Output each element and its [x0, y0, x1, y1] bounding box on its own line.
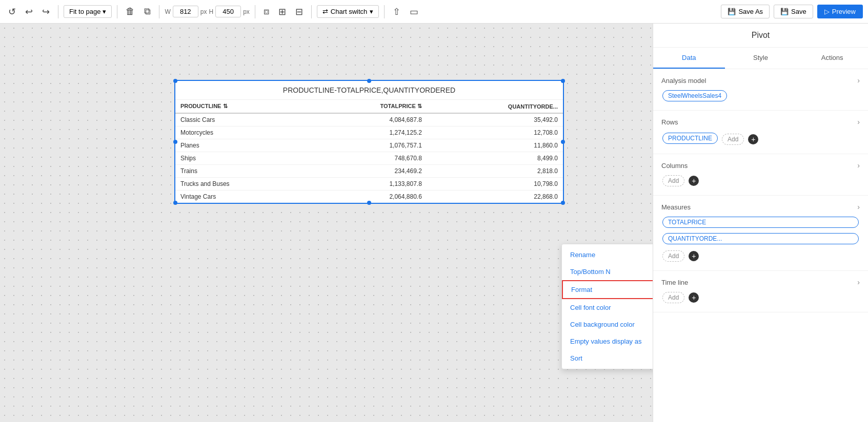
delete-button[interactable]: 🗑: [123, 4, 138, 19]
divider-2: [117, 5, 117, 18]
tab-style[interactable]: Style: [725, 48, 797, 69]
save-button[interactable]: 💾 Save: [774, 5, 813, 18]
height-input[interactable]: [215, 6, 241, 17]
context-menu-item[interactable]: Format: [562, 280, 653, 299]
columns-add-btn[interactable]: +: [689, 176, 699, 186]
panel-content: Analysis model › SteelWheelsSales4 Rows …: [653, 69, 868, 422]
toolbar: ↺ ↩ ↪ Fit to page ▾ 🗑 ⧉ W px H px ⧈ ⊞ ⊟ …: [0, 0, 868, 24]
tablet-button[interactable]: ▭: [407, 4, 421, 19]
columns-section: Columns › Add +: [653, 154, 868, 196]
measures-header: Measures ›: [661, 203, 860, 211]
redo-button[interactable]: ↪: [39, 4, 53, 19]
measures-add-chip[interactable]: Add: [662, 250, 684, 262]
cell-qty: 10,798.0: [427, 178, 563, 191]
handle-mid-right[interactable]: [561, 140, 565, 144]
measures-label: Measures: [661, 203, 691, 211]
cell-totalprice: 1,076,757.1: [310, 139, 427, 152]
columns-arrow[interactable]: ›: [857, 161, 860, 170]
context-menu-item[interactable]: Top/Bottom N: [562, 263, 653, 280]
handle-mid-left[interactable]: [173, 140, 177, 144]
measures-arrow[interactable]: ›: [857, 203, 860, 211]
layout-button[interactable]: ⊟: [292, 4, 306, 19]
cell-qty: 8,499.0: [427, 152, 563, 165]
canvas-area[interactable]: PRODUCTLINE-TOTALPRICE,QUANTITYORDERED P…: [0, 24, 653, 422]
handle-top-left[interactable]: [173, 79, 177, 83]
measures-section: Measures › TOTALPRICE QUANTITYORDE... Ad…: [653, 196, 868, 271]
columns-label: Columns: [661, 162, 688, 170]
right-panel: Pivot Data Style Actions Analysis model …: [653, 24, 868, 422]
chevron-down-icon: ▾: [103, 8, 106, 15]
layers-button[interactable]: ⧈: [260, 4, 272, 19]
save-as-icon: 💾: [728, 8, 736, 15]
pivot-widget-content: PRODUCTLINE-TOTALPRICE,QUANTITYORDERED P…: [175, 81, 563, 203]
pivot-widget[interactable]: PRODUCTLINE-TOTALPRICE,QUANTITYORDERED P…: [174, 80, 564, 204]
cell-productline: Planes: [175, 139, 310, 152]
px-label-w: px: [200, 8, 207, 15]
analysis-model-header: Analysis model ›: [661, 76, 860, 85]
px-label-h: px: [243, 8, 250, 15]
toolbar-right: 💾 Save As 💾 Save ▷ Preview: [721, 5, 863, 18]
rows-arrow[interactable]: ›: [857, 118, 860, 126]
tab-data[interactable]: Data: [653, 48, 725, 69]
save-as-button[interactable]: 💾 Save As: [721, 5, 770, 18]
cell-productline: Classic Cars: [175, 113, 310, 126]
cell-productline: Trains: [175, 165, 310, 178]
context-menu-item[interactable]: Rename: [562, 246, 653, 263]
cell-totalprice: 4,084,687.8: [310, 113, 427, 126]
measures-totalprice-chip[interactable]: TOTALPRICE: [662, 217, 859, 228]
panel-tabs: Data Style Actions: [653, 48, 868, 69]
copy-button[interactable]: ⧉: [141, 4, 154, 19]
measures-add-btn[interactable]: +: [689, 251, 699, 261]
cell-totalprice: 234,469.2: [310, 165, 427, 178]
preview-button[interactable]: ▷ Preview: [817, 5, 863, 18]
undo-button[interactable]: ↩: [22, 4, 36, 19]
cell-totalprice: 1,133,807.8: [310, 178, 427, 191]
share-button[interactable]: ⇧: [390, 4, 403, 19]
cell-qty: 22,868.0: [427, 191, 563, 203]
rows-header: Rows ›: [661, 118, 860, 126]
align-button[interactable]: ⊞: [275, 4, 289, 19]
width-input[interactable]: [173, 6, 198, 17]
cell-qty: 2,818.0: [427, 165, 563, 178]
fit-to-page-button[interactable]: Fit to page ▾: [64, 5, 112, 18]
table-row: Trucks and Buses 1,133,807.8 10,798.0: [175, 178, 563, 191]
timeline-arrow[interactable]: ›: [857, 278, 860, 286]
chart-switch-icon: ⇄: [322, 8, 328, 15]
timeline-label: Time line: [661, 279, 688, 286]
timeline-add-chip[interactable]: Add: [662, 292, 684, 303]
rows-section: Rows › PRODUCTLINE Add +: [653, 111, 868, 154]
analysis-model-chip[interactable]: SteelWheelsSales4: [662, 90, 727, 101]
analysis-model-label: Analysis model: [661, 77, 706, 85]
cell-totalprice: 1,274,125.2: [310, 126, 427, 139]
timeline-add-btn[interactable]: +: [689, 292, 699, 303]
divider-5: [311, 5, 312, 18]
measures-qty-chip[interactable]: QUANTITYORDE...: [662, 233, 859, 244]
pivot-title: PRODUCTLINE-TOTALPRICE,QUANTITYORDERED: [175, 81, 563, 100]
analysis-model-arrow[interactable]: ›: [857, 76, 860, 85]
columns-add-chip[interactable]: Add: [662, 175, 684, 186]
h-label: H: [209, 8, 213, 15]
rows-productline-chip[interactable]: PRODUCTLINE: [662, 133, 718, 144]
chevron-down-icon-chart: ▾: [370, 8, 373, 15]
tab-actions[interactable]: Actions: [796, 48, 868, 69]
timeline-section: Time line › Add +: [653, 271, 868, 312]
handle-top-right[interactable]: [561, 79, 565, 83]
handle-bot-mid[interactable]: [367, 201, 371, 205]
main-area: PRODUCTLINE-TOTALPRICE,QUANTITYORDERED P…: [0, 24, 868, 422]
context-menu-item[interactable]: Cell background color: [562, 316, 653, 333]
context-menu-item[interactable]: Empty values display as: [562, 333, 653, 350]
chart-switch-button[interactable]: ⇄ Chart switch ▾: [317, 5, 379, 18]
table-row: Planes 1,076,757.1 11,860.0: [175, 139, 563, 152]
w-label: W: [165, 8, 170, 15]
cell-qty: 11,860.0: [427, 139, 563, 152]
handle-bot-right[interactable]: [561, 201, 565, 205]
context-menu-item[interactable]: Cell font color: [562, 299, 653, 316]
rows-add-chip[interactable]: Add: [722, 134, 744, 145]
rows-add-btn[interactable]: +: [748, 134, 758, 144]
context-menu-item[interactable]: Sort: [562, 350, 653, 367]
handle-bot-left[interactable]: [173, 201, 177, 205]
handle-top-mid[interactable]: [367, 79, 371, 83]
divider-4: [255, 5, 255, 18]
refresh-button[interactable]: ↺: [5, 4, 19, 19]
columns-header: Columns ›: [661, 161, 860, 170]
